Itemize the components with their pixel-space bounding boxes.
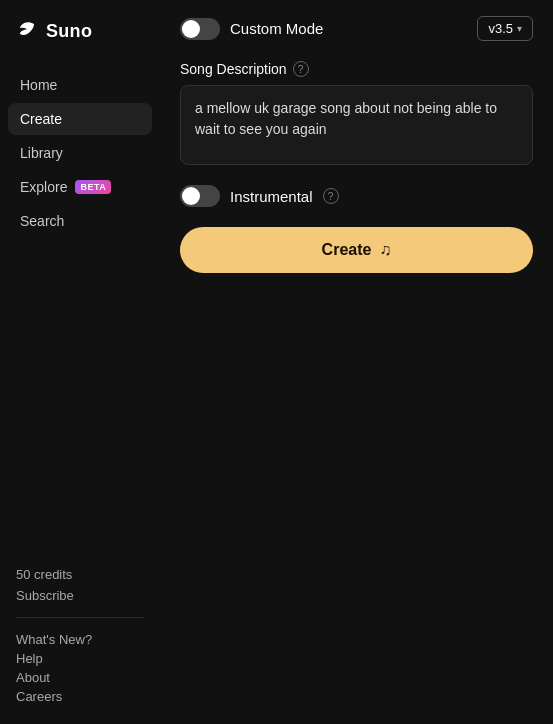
instrumental-label: Instrumental	[230, 188, 313, 205]
version-text: v3.5	[488, 21, 513, 36]
main-content: Custom Mode v3.5 ▾ Song Description ? a …	[160, 0, 553, 724]
sidebar-item-create[interactable]: Create	[8, 103, 152, 135]
version-selector[interactable]: v3.5 ▾	[477, 16, 533, 41]
sidebar-item-label-home: Home	[20, 77, 57, 93]
sidebar-item-label-search: Search	[20, 213, 64, 229]
sidebar-item-label-library: Library	[20, 145, 63, 161]
help-link[interactable]: Help	[16, 651, 144, 666]
beta-badge: BETA	[75, 180, 111, 194]
sidebar-item-label-create: Create	[20, 111, 62, 127]
about-link[interactable]: About	[16, 670, 144, 685]
song-description-help-icon[interactable]: ?	[293, 61, 309, 77]
logo-area: Suno	[0, 0, 160, 69]
nav-items: Home Create Library Explore BETA Search	[0, 69, 160, 551]
careers-link[interactable]: Careers	[16, 689, 144, 704]
sidebar-bottom: 50 credits Subscribe What's New? Help Ab…	[0, 551, 160, 724]
sidebar-item-home[interactable]: Home	[8, 69, 152, 101]
instrumental-toggle-knob	[182, 187, 200, 205]
credits-text: 50 credits	[16, 567, 144, 582]
sidebar-divider	[16, 617, 144, 618]
music-note-icon: ♫	[379, 241, 391, 259]
custom-mode-row: Custom Mode v3.5 ▾	[180, 16, 533, 41]
instrumental-help-icon[interactable]: ?	[323, 188, 339, 204]
custom-mode-toggle[interactable]	[180, 18, 220, 40]
custom-mode-label: Custom Mode	[230, 20, 323, 37]
sidebar: Suno Home Create Library Explore BETA Se…	[0, 0, 160, 724]
logo-text: Suno	[46, 21, 92, 42]
subscribe-link[interactable]: Subscribe	[16, 588, 144, 603]
instrumental-toggle[interactable]	[180, 185, 220, 207]
song-description-label: Song Description	[180, 61, 287, 77]
whats-new-link[interactable]: What's New?	[16, 632, 144, 647]
song-description-input[interactable]: a mellow uk garage song about not being …	[180, 85, 533, 165]
sidebar-item-library[interactable]: Library	[8, 137, 152, 169]
bottom-links: What's New? Help About Careers	[16, 632, 144, 704]
toggle-knob	[182, 20, 200, 38]
version-chevron-icon: ▾	[517, 23, 522, 34]
song-description-section: Song Description ?	[180, 61, 533, 77]
custom-mode-left: Custom Mode	[180, 18, 323, 40]
sidebar-item-label-explore: Explore	[20, 179, 67, 195]
sidebar-item-explore[interactable]: Explore BETA	[8, 171, 152, 203]
suno-logo-icon	[16, 18, 38, 45]
create-button[interactable]: Create ♫	[180, 227, 533, 273]
sidebar-item-search[interactable]: Search	[8, 205, 152, 237]
instrumental-row: Instrumental ?	[180, 185, 533, 207]
create-button-label: Create	[322, 241, 372, 259]
